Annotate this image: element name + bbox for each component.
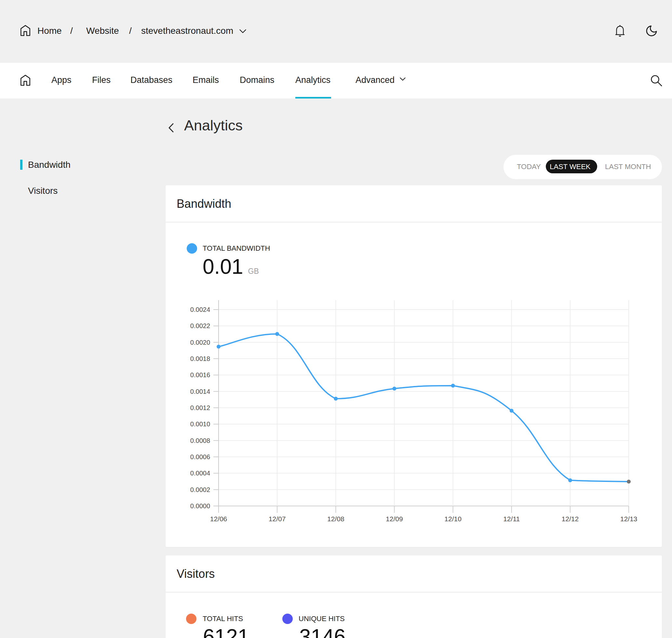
svg-text:0.0016: 0.0016 (190, 371, 210, 379)
svg-text:12/08: 12/08 (327, 515, 344, 523)
svg-text:0.0004: 0.0004 (190, 470, 210, 477)
svg-text:0.0000: 0.0000 (190, 502, 210, 509)
svg-text:12/10: 12/10 (444, 515, 461, 523)
svg-text:0.0020: 0.0020 (190, 339, 210, 346)
svg-text:0.0022: 0.0022 (190, 322, 210, 330)
svg-text:0.0002: 0.0002 (190, 486, 210, 493)
svg-text:12/09: 12/09 (386, 515, 403, 523)
svg-text:0.0014: 0.0014 (190, 388, 210, 395)
svg-text:12/07: 12/07 (269, 515, 286, 523)
svg-text:12/13: 12/13 (620, 515, 638, 523)
svg-text:0.0018: 0.0018 (190, 355, 210, 362)
svg-text:12/12: 12/12 (562, 515, 579, 523)
svg-text:12/11: 12/11 (503, 515, 520, 523)
svg-text:0.0006: 0.0006 (190, 453, 210, 460)
svg-text:0.0024: 0.0024 (190, 306, 210, 313)
svg-text:0.0008: 0.0008 (190, 437, 210, 444)
svg-text:0.0012: 0.0012 (190, 404, 210, 412)
svg-text:0.0010: 0.0010 (190, 420, 210, 427)
svg-text:12/06: 12/06 (210, 515, 227, 523)
